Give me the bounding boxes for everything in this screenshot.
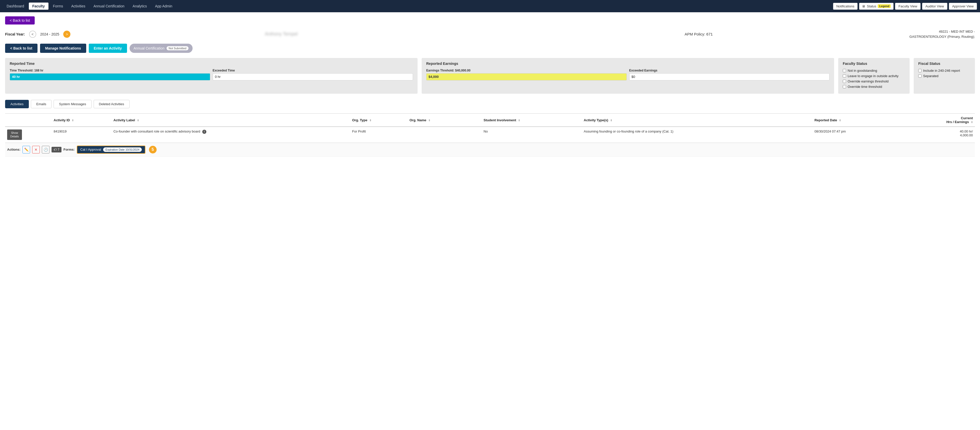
legend-badge: Legend xyxy=(878,4,891,8)
th-activity-label[interactable]: Activity Label ⇕ xyxy=(111,113,350,127)
checkbox-include-report-label: Include in 240-246 report xyxy=(923,69,960,72)
auditor-view-button[interactable]: Auditor View xyxy=(922,3,947,10)
nav-dashboard[interactable]: Dashboard xyxy=(3,3,28,10)
checkbox-include-report: Include in 240-246 report xyxy=(918,69,970,72)
tab-system-messages[interactable]: System Messages xyxy=(54,100,91,108)
exceeded-earnings-value: $0 xyxy=(629,73,830,80)
checkbox-override-time-input[interactable] xyxy=(843,85,846,88)
nav-right-controls: Notifications 🖥 Status Legend Faculty Vi… xyxy=(833,3,977,10)
fiscal-status-panel: Fiscal Status Include in 240-246 report … xyxy=(914,58,975,94)
sort-student-icon: ⇕ xyxy=(518,119,520,122)
nav-analytics[interactable]: Analytics xyxy=(129,3,151,10)
edit-icon-button[interactable]: ✏️ xyxy=(22,146,30,153)
checkbox-include-report-input[interactable] xyxy=(918,69,921,72)
faculty-status-panel: Faculty Status Not in goodstanding Leave… xyxy=(838,58,910,94)
status-label: Status xyxy=(867,4,876,8)
th-reported-date[interactable]: Reported Date ⇕ xyxy=(812,113,900,127)
actions-row-tr: Actions: ✏️ ✕ 🕐 🏷 7 Forms: Cat I Approva… xyxy=(5,142,975,156)
delete-icon-button[interactable]: ✕ xyxy=(32,146,40,153)
apm-policy: APM Policy: 671 xyxy=(492,32,905,36)
not-submitted-badge: Not Submitted xyxy=(167,46,188,50)
fiscal-year-value: 2024 - 2025 xyxy=(40,32,59,36)
checkbox-separated-label: Separated xyxy=(923,74,939,78)
sort-reported-date-icon: ⇕ xyxy=(839,119,841,122)
reported-earnings-panel: Reported Earnings Earnings Threhold: $40… xyxy=(422,58,834,94)
th-activity-types[interactable]: Activity Type(s) ⇕ xyxy=(582,113,812,127)
tag-button[interactable]: 🏷 7 xyxy=(51,147,62,152)
nav-annual-cert[interactable]: Annual Certification xyxy=(90,3,128,10)
faculty-view-button[interactable]: Faculty View xyxy=(895,3,920,10)
checkbox-override-earnings-input[interactable] xyxy=(843,80,846,83)
tab-emails[interactable]: Emails xyxy=(31,100,51,108)
checkbox-separated: Separated xyxy=(918,74,970,78)
activities-table: Activity ID ⇕ Activity Label ⇕ Org. Type… xyxy=(5,113,975,157)
nav-activities[interactable]: Activities xyxy=(68,3,89,10)
tab-deleted-activities[interactable]: Deleted Activities xyxy=(94,100,130,108)
cat-approval-label: Cat I Approval xyxy=(80,148,101,152)
nav-app-admin[interactable]: App Admin xyxy=(151,3,176,10)
checkbox-not-goodstanding-input[interactable] xyxy=(843,69,846,72)
th-org-type[interactable]: Org. Type ⇕ xyxy=(350,113,407,127)
reported-time-title: Reported Time xyxy=(10,62,413,66)
enter-activity-button[interactable]: Enter an Activity xyxy=(89,44,127,53)
annual-cert-label: Annual Certification xyxy=(134,46,164,50)
manage-notifications-button[interactable]: Manage Notifications xyxy=(40,44,86,53)
hrs-earnings-cell: 40.00 hr/4,000.00 xyxy=(900,127,975,142)
table-header-row: Activity ID ⇕ Activity Label ⇕ Org. Type… xyxy=(5,113,975,127)
checkbox-not-goodstanding-label: Not in goodstanding xyxy=(848,69,877,72)
activities-table-container: Activity ID ⇕ Activity Label ⇕ Org. Type… xyxy=(5,113,975,157)
earnings-threshold-value: $4,000 xyxy=(426,73,627,80)
time-threshold-label: Time Threshold: 168 hr xyxy=(10,69,210,72)
th-student-involvement[interactable]: Student Involvement ⇕ xyxy=(482,113,582,127)
faculty-status-title: Faculty Status xyxy=(843,62,905,66)
nav-bar: Dashboard Faculty Forms Activities Annua… xyxy=(0,0,980,12)
sort-org-type-icon: ⇕ xyxy=(369,119,371,122)
faculty-name: Anthony Tempel xyxy=(75,31,488,37)
th-activity-id[interactable]: Activity ID ⇕ xyxy=(51,113,111,127)
circle-number-badge: 5 xyxy=(149,146,157,153)
page-content: < Back to list Fiscal Year: < 2024 - 202… xyxy=(0,12,980,430)
action-buttons-row: < Back to list Manage Notifications Ente… xyxy=(5,44,975,53)
sort-activity-label-icon: ⇕ xyxy=(137,119,139,122)
show-details-button[interactable]: ShowDetails xyxy=(7,129,22,140)
earnings-threshold-label: Earnings Threhold: $40,000.00 xyxy=(426,69,627,72)
approver-view-button[interactable]: Approver View xyxy=(949,3,977,10)
annual-cert-button[interactable]: Annual Certification Not Submitted xyxy=(130,44,192,53)
nav-forms[interactable]: Forms xyxy=(49,3,67,10)
tab-activities[interactable]: Activities xyxy=(5,100,29,108)
back-top-button[interactable]: < Back to list xyxy=(5,16,35,24)
expiry-badge: Expiration Date 10/31/2024 xyxy=(103,147,142,152)
checkbox-separated-input[interactable] xyxy=(918,74,921,78)
org-type-cell: For Profit xyxy=(350,127,407,142)
checkbox-leave-input[interactable] xyxy=(843,74,846,78)
history-icon-button[interactable]: 🕐 xyxy=(42,146,49,153)
info-icon[interactable]: i xyxy=(202,130,206,134)
sort-activity-types-icon: ⇕ xyxy=(610,119,612,122)
checkbox-not-goodstanding: Not in goodstanding xyxy=(843,69,905,72)
checkbox-override-earnings: Override earnings threshold xyxy=(843,80,905,83)
th-empty xyxy=(5,113,51,127)
nav-faculty[interactable]: Faculty xyxy=(29,3,48,10)
checkbox-override-time: Override time threshold xyxy=(843,85,905,89)
actions-label: Actions: xyxy=(7,148,21,152)
fiscal-next-button[interactable]: > xyxy=(63,30,70,38)
sort-hrs-icon: ⇕ xyxy=(971,121,973,123)
checkbox-override-earnings-label: Override earnings threshold xyxy=(848,80,888,83)
reported-date-cell: 08/30/2024 07:47 pm xyxy=(812,127,900,142)
status-button[interactable]: 🖥 Status Legend xyxy=(859,3,894,10)
back-list-button[interactable]: < Back to list xyxy=(5,44,38,53)
forms-label: Forms: xyxy=(64,148,75,152)
notifications-button[interactable]: Notifications xyxy=(833,3,858,10)
th-hrs-earnings[interactable]: CurrentHrs / Earnings ⇕ xyxy=(900,113,975,127)
th-org-name[interactable]: Org. Name ⇕ xyxy=(407,113,481,127)
fiscal-prev-button[interactable]: < xyxy=(29,30,36,38)
cat-approval-button[interactable]: Cat I Approval Expiration Date 10/31/202… xyxy=(77,145,145,154)
table-row: ShowDetails 8419019 Co-founder with cons… xyxy=(5,127,975,142)
exceeded-time-label: Exceeded Time xyxy=(213,69,413,72)
status-icon: 🖥 xyxy=(862,4,865,8)
reported-earnings-title: Reported Earnings xyxy=(426,62,829,66)
show-details-cell: ShowDetails xyxy=(5,127,51,142)
activity-id-cell: 8419019 xyxy=(51,127,111,142)
stats-row: Reported Time Time Threshold: 168 hr 40 … xyxy=(5,58,975,94)
row-actions-row: Actions: ✏️ ✕ 🕐 🏷 7 Forms: Cat I Approva… xyxy=(5,143,975,156)
